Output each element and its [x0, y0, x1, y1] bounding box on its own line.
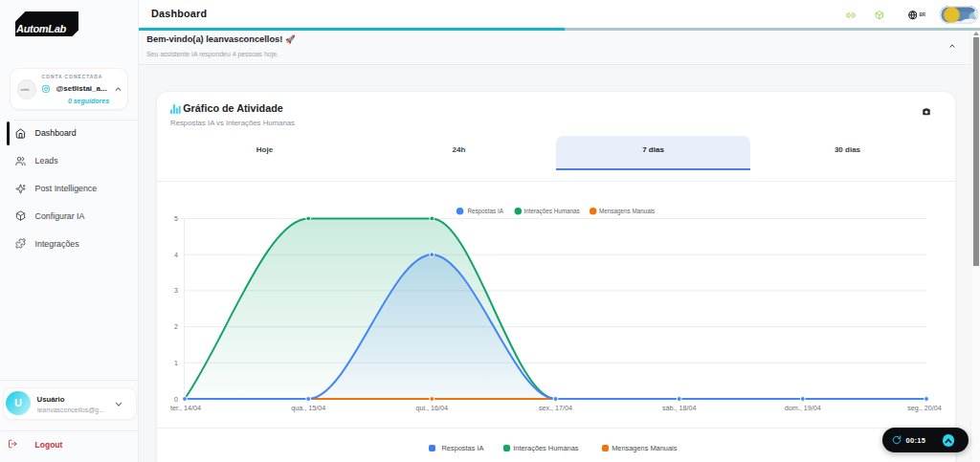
svg-text:seg., 20/04: seg., 20/04	[907, 404, 942, 412]
svg-text:qui., 16/04: qui., 16/04	[416, 404, 449, 412]
svg-text:Interações Humanas: Interações Humanas	[524, 208, 580, 215]
svg-text:Mensagens Manuais: Mensagens Manuais	[599, 208, 655, 215]
svg-text:sáb., 18/04: sáb., 18/04	[662, 404, 697, 412]
svg-text:3: 3	[174, 287, 178, 294]
svg-text:2: 2	[174, 323, 178, 330]
svg-text:dom., 19/04: dom., 19/04	[785, 404, 821, 412]
svg-text:qua., 15/04: qua., 15/04	[291, 404, 325, 412]
svg-text:4: 4	[174, 252, 178, 258]
svg-text:0: 0	[174, 396, 178, 403]
svg-text:Respostas IA: Respostas IA	[467, 208, 503, 215]
svg-text:ter., 14/04: ter., 14/04	[170, 404, 201, 412]
svg-text:5: 5	[174, 215, 178, 222]
svg-text:AutomLab: AutomLab	[15, 23, 67, 34]
svg-text:1: 1	[174, 360, 178, 366]
svg-text:sex., 17/04: sex., 17/04	[539, 404, 572, 412]
